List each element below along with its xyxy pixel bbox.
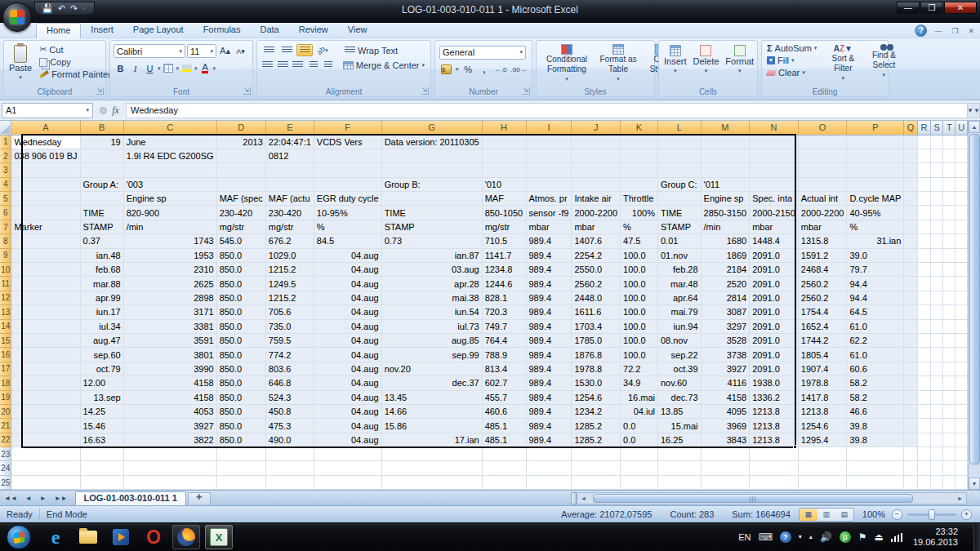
cell-A8[interactable] [11, 234, 80, 248]
cell-A22[interactable] [11, 433, 80, 447]
cell-Q10[interactable] [904, 263, 917, 277]
cell-A20[interactable] [11, 404, 80, 418]
autosum-button[interactable]: ΣAutoSum▾ [764, 42, 819, 54]
cell-R20[interactable] [917, 404, 930, 418]
cell-I22[interactable]: 989.4 [526, 433, 572, 447]
cell-G23[interactable] [381, 447, 482, 461]
cell-H6[interactable]: 850-1050 [482, 206, 526, 220]
taskbar-media-player[interactable] [107, 525, 135, 549]
cell-E16[interactable]: 774.2 [265, 348, 314, 362]
cell-O13[interactable]: 1754.4 [798, 305, 847, 319]
cell-F16[interactable]: 04.aug [314, 348, 381, 362]
tab-split-handle[interactable] [571, 492, 577, 504]
taskbar-file-explorer[interactable] [74, 525, 102, 549]
cell-T21[interactable] [943, 419, 956, 433]
cell-L21[interactable]: 15.mai [657, 419, 701, 433]
cell-S7[interactable] [930, 220, 942, 233]
row-header-4[interactable]: 4 [0, 177, 11, 191]
network-signal-icon[interactable] [891, 533, 902, 542]
orientation-button[interactable]: ab▾ [314, 44, 331, 56]
zoom-slider-track[interactable] [907, 513, 956, 516]
cell-J24[interactable] [572, 461, 621, 475]
taskbar-firefox[interactable] [172, 525, 200, 549]
cell-J15[interactable]: 1785.0 [572, 333, 621, 347]
borders-arrow-icon[interactable]: ▾ [176, 65, 180, 72]
tab-view[interactable]: View [338, 23, 377, 38]
cell-T6[interactable] [943, 206, 956, 220]
cell-Q24[interactable] [904, 461, 917, 475]
align-top-button[interactable] [261, 44, 277, 56]
cell-O15[interactable]: 1744.2 [798, 333, 847, 347]
cell-R1[interactable] [917, 135, 930, 149]
cell-G18[interactable]: dec.37 [381, 376, 482, 390]
cell-H4[interactable]: '010 [482, 177, 526, 191]
cell-P22[interactable]: 39.8 [847, 433, 904, 447]
cell-K14[interactable]: 100.0 [621, 319, 658, 333]
name-box[interactable]: A1▾ [2, 103, 93, 118]
cell-Q18[interactable] [904, 376, 917, 390]
cell-B5[interactable] [80, 192, 123, 206]
cell-S15[interactable] [930, 333, 942, 347]
cell-G9[interactable]: ian.87 [381, 248, 482, 262]
next-sheet-icon[interactable]: ► [36, 495, 51, 502]
cell-K6[interactable]: 100% [621, 206, 658, 220]
cell-G17[interactable]: nov.20 [381, 362, 482, 375]
cell-E21[interactable]: 475.3 [265, 419, 314, 433]
cell-Q22[interactable] [904, 433, 917, 447]
cell-R24[interactable] [917, 461, 930, 475]
column-header-U[interactable]: U [956, 121, 968, 135]
cell-R25[interactable] [917, 475, 930, 489]
column-header-E[interactable]: E [265, 121, 314, 135]
cell-J25[interactable] [572, 475, 621, 489]
cell-G3[interactable] [381, 163, 482, 177]
cell-M1[interactable] [701, 135, 750, 149]
tab-formulas[interactable]: Formulas [194, 23, 251, 38]
cell-C23[interactable] [123, 447, 216, 461]
cell-E4[interactable] [265, 177, 314, 191]
cell-F2[interactable] [314, 149, 381, 162]
cell-Q4[interactable] [904, 177, 917, 191]
cell-O7[interactable]: mbar [798, 220, 847, 233]
borders-button[interactable] [162, 61, 176, 75]
cell-P21[interactable]: 39.8 [847, 419, 904, 433]
cell-P19[interactable]: 58.2 [847, 390, 904, 404]
cell-R2[interactable] [917, 149, 930, 162]
cell-F21[interactable]: 04.aug [314, 419, 381, 433]
cell-G15[interactable]: aug.85 [381, 333, 482, 347]
cell-Q17[interactable] [904, 362, 917, 375]
percent-style-button[interactable]: % [461, 63, 475, 77]
cell-I9[interactable]: 989.4 [526, 248, 572, 262]
cell-F23[interactable] [314, 447, 381, 461]
cell-F10[interactable]: 04.aug [314, 263, 381, 277]
cell-G10[interactable]: 03.aug [381, 263, 482, 277]
cell-R4[interactable] [917, 177, 930, 191]
cell-R3[interactable] [917, 163, 930, 177]
cell-T8[interactable] [943, 234, 956, 248]
page-layout-view-button[interactable]: ▥ [817, 509, 835, 521]
align-center-button[interactable] [276, 59, 290, 71]
cell-U14[interactable] [956, 319, 968, 333]
cell-F4[interactable] [314, 177, 381, 191]
cell-S2[interactable] [930, 149, 942, 162]
format-cells-button[interactable]: Format▾ [722, 43, 757, 78]
cell-Q9[interactable] [904, 248, 917, 262]
cell-N7[interactable]: mbar [750, 220, 799, 233]
formula-input[interactable]: Wednesday [126, 103, 967, 118]
cell-B11[interactable]: mar.88 [80, 277, 123, 291]
cell-E19[interactable]: 524.3 [265, 390, 314, 404]
cell-E23[interactable] [265, 447, 314, 461]
cell-D8[interactable]: 545.0 [216, 234, 265, 248]
cell-E15[interactable]: 759.5 [265, 333, 314, 347]
cell-E18[interactable]: 646.8 [265, 376, 314, 390]
cell-Q3[interactable] [904, 163, 917, 177]
cell-O19[interactable]: 1417.8 [798, 390, 847, 404]
cell-D19[interactable]: 850.0 [216, 390, 265, 404]
cell-F18[interactable]: 04.aug [314, 376, 381, 390]
cell-T25[interactable] [943, 475, 956, 489]
cell-F19[interactable]: 04.aug [314, 390, 381, 404]
cell-F14[interactable]: 04.aug [314, 319, 381, 333]
cell-I7[interactable]: mbar [526, 220, 572, 233]
cell-J14[interactable]: 1703.4 [572, 319, 621, 333]
cell-A6[interactable] [11, 206, 80, 220]
cell-Q25[interactable] [904, 475, 917, 489]
